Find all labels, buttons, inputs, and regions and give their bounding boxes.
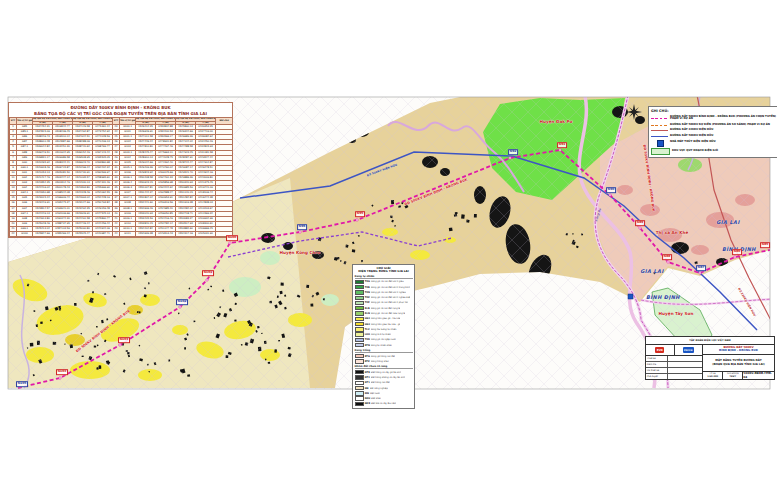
table-cell: 0427912.87 xyxy=(196,160,216,165)
table-cell: 0450793.84 xyxy=(93,201,113,206)
table-cell: 1552718.71 xyxy=(176,211,196,216)
forest-swatch xyxy=(355,386,364,390)
forest-legend-row: TXDRừng gỗ TN ngập nước xyxy=(355,338,413,342)
table-cell: 0442622.06 xyxy=(93,226,113,231)
table-cell: 1552606.26 xyxy=(136,206,156,211)
forest-swatch xyxy=(355,327,364,331)
forest-legend-box: CHÚ GIẢI HIỆN TRẠNG RỪNG TỈNH GIA LAI Rừ… xyxy=(352,264,415,409)
table-header: STT Tên vị trí góc (G) Hệ tọa độ VN-2000… xyxy=(10,118,233,125)
forest-code: DTR xyxy=(365,371,370,374)
forest-legend-row: TLURừng tre luồng tự nhiên xyxy=(355,327,413,331)
map-canvas xyxy=(0,0,777,485)
col-header-name: Tên vị trí góc (G) xyxy=(120,118,136,125)
table-cell: 0493641.01 xyxy=(53,206,73,211)
signature-blank xyxy=(668,368,702,373)
table-cell: 1538610.28 xyxy=(33,140,53,145)
project-title: ĐƯỜNG DÂY 500KV BÌNH ĐỊNH - KRÔNG BUK xyxy=(703,345,774,355)
table-cell: 1541095.57 xyxy=(73,176,93,181)
forest-code: TXK xyxy=(365,296,370,299)
forest-code: RTG xyxy=(365,355,370,358)
table-cell: 0429547.22 xyxy=(196,155,216,160)
table-cell: 0513251.30 xyxy=(53,145,73,150)
forest-swatch xyxy=(355,402,364,406)
forest-legend-row: RLBRừng gỗ TN núi đất rụng lá xyxy=(355,306,413,310)
table-cell: 0424644.16 xyxy=(196,170,216,175)
forest-label: Rừng gỗ TN núi đất LRTX phục hồi xyxy=(371,301,408,304)
table-cell: 1538246.73 xyxy=(33,135,53,140)
legend-swatch-patch-green xyxy=(651,148,670,155)
forest-code: TXB xyxy=(365,286,370,289)
forest-code: MN xyxy=(365,392,369,395)
table-cell: 0503447.14 xyxy=(53,176,73,181)
signature-blank xyxy=(668,374,702,379)
forest-code: HG1 xyxy=(365,317,370,320)
table-cell: 1542328.46 xyxy=(73,191,93,196)
title-block: TẬP ĐOÀN ĐIỆN LỰC VIỆT NAM EVN PECC4 Thi… xyxy=(645,336,775,380)
table-cell: 0434450.29 xyxy=(196,140,216,145)
table-cell: 0462234.34 xyxy=(93,165,113,170)
table-cell: 1546646.91 xyxy=(136,130,156,135)
forest-swatch xyxy=(355,375,364,379)
table-cell: 1542650.68 xyxy=(33,191,53,196)
table-cell: 1537815.09 xyxy=(33,130,53,135)
forest-label: Rừng gỗ TN núi đất LRTX nghèo kiệt xyxy=(371,296,411,299)
table-cell: 0426278.51 xyxy=(196,165,216,170)
forest-legend-row: HG2Rừng hỗn giao tre nứa - gỗ xyxy=(355,322,413,326)
title-block-org: TẬP ĐOÀN ĐIỆN LỰC VIỆT NAM xyxy=(646,337,774,344)
table-cell: 1542216.02 xyxy=(33,186,53,191)
forest-swatch xyxy=(355,359,364,363)
signature-role: CN thiết kế xyxy=(646,368,668,373)
forest-swatch xyxy=(355,332,364,336)
forest-legend-row: DKHĐất khác xyxy=(355,396,413,400)
table-cell: 1540618.46 xyxy=(33,165,53,170)
table-cell: 0516510.12 xyxy=(53,135,73,140)
forest-label: Đất trống có cây gỗ tái sinh xyxy=(371,371,401,374)
table-cell: 1554639.38 xyxy=(136,232,156,237)
table-cell: 0454416.49 xyxy=(156,216,176,221)
table-cell: 0455696.90 xyxy=(93,186,113,191)
forest-label: Rừng gỗ TN núi đất LRTX nghèo xyxy=(371,291,406,294)
table-cell: 1554317.16 xyxy=(176,232,196,237)
forest-legend-row: TXGRừng gỗ TN núi đất LRTX giàu xyxy=(355,280,413,284)
evn-logo: EVN xyxy=(646,345,675,355)
table-cell: 1541417.79 xyxy=(33,176,53,181)
table-cell: 1539042.84 xyxy=(33,145,53,150)
table-cell: 0456050.85 xyxy=(156,211,176,216)
table-cell: 1545413.02 xyxy=(33,226,53,231)
table-cell: 0500178.43 xyxy=(53,186,73,191)
forest-legend-row: TXKRừng gỗ TN núi đất LRTX nghèo kiệt xyxy=(355,296,413,300)
signature-blank xyxy=(668,356,702,361)
forest-label: Rừng tự nhiên khác xyxy=(371,344,392,347)
table-cell: 1546689.36 xyxy=(176,135,196,140)
table-cell: 0506715.87 xyxy=(53,165,73,170)
scale-cell: TỶ LỆ 1:50.000 xyxy=(703,372,723,380)
forest-code: RLN xyxy=(365,312,370,315)
forest-label: Đất nông nghiệp xyxy=(370,387,388,390)
table-cell: 1543926.91 xyxy=(73,211,93,216)
legend-swatch-dash-magenta xyxy=(651,118,668,120)
table-cell: 0511624.95 xyxy=(53,150,73,155)
table-cell: 1544291.58 xyxy=(73,216,93,221)
col-header-note: Ghi chú xyxy=(216,118,233,125)
table-cell: 0495275.37 xyxy=(53,201,73,206)
forest-label: Đất NN có cây lâu năm xyxy=(371,402,396,405)
table-cell: 1537492.87 xyxy=(73,130,93,135)
forest-label: Rừng gỗ trồng núi đất xyxy=(371,355,395,358)
signature-row: Phê duyệt xyxy=(646,374,702,379)
table-cell: 0405031.90 xyxy=(196,232,216,237)
table-cell: 0482200.53 xyxy=(156,130,176,135)
table-cell: 1548722.47 xyxy=(176,160,196,165)
table-cell: 1551007.81 xyxy=(136,186,156,191)
forest-label: Rừng gỗ TN núi đất rụng lá xyxy=(371,307,401,310)
forest-label: Rừng hỗn giao gỗ - tre nứa xyxy=(371,317,400,320)
table-cell: 1537129.58 xyxy=(73,125,93,130)
table-cell: 0451147.78 xyxy=(156,226,176,231)
stage-cell: GIAI ĐOẠN TKKT xyxy=(723,372,743,380)
table-cell: 1551442.37 xyxy=(136,191,156,196)
forest-legend-row: RTNRừng tự nhiên khác xyxy=(355,343,413,347)
legend-item-label: ĐƯỜNG DÂY 220KV HIỆN HỮU xyxy=(670,129,713,132)
project-title-line2: BÌNH ĐỊNH - KRÔNG BUK xyxy=(703,349,774,352)
table-cell: 0478931.82 xyxy=(156,140,176,145)
table-cell: 0464222.62 xyxy=(156,186,176,191)
table-cell: 1550685.59 xyxy=(176,186,196,191)
